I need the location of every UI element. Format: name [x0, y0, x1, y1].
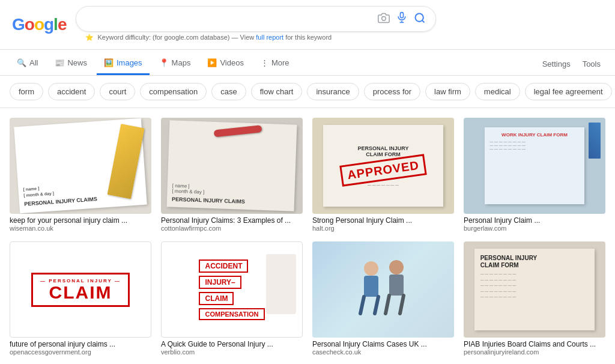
google-logo[interactable]: Google — [12, 15, 66, 34]
search-button-icon[interactable] — [414, 12, 426, 26]
image-title-6: A Quick Guide to Personal Injury ... — [161, 340, 303, 348]
image-title-3: Strong Personal Injury Claim ... — [312, 216, 454, 225]
filter-chip-compensation[interactable]: compensation — [140, 83, 207, 100]
image-title-7: Personal Injury Claims Cases UK ... — [312, 340, 454, 348]
videos-icon: ▶️ — [207, 58, 217, 67]
svg-rect-1 — [401, 13, 404, 18]
svg-point-4 — [416, 14, 423, 22]
image-source-6: verblio.com — [161, 348, 303, 356]
svg-line-13 — [400, 296, 404, 314]
mic-icon[interactable] — [396, 11, 408, 26]
svg-line-5 — [422, 20, 425, 23]
camera-icon[interactable] — [378, 12, 390, 26]
svg-line-8 — [360, 297, 364, 314]
tools-link[interactable]: Tools — [578, 53, 605, 74]
tab-all[interactable]: 🔍 All — [10, 52, 45, 75]
image-item-8[interactable]: PERSONAL INJURYCLAIM FORM — — — — — — — … — [464, 241, 605, 356]
search-bar-wrapper: personal injury claims ⭐ Keyword difficu… — [76, 6, 436, 43]
image-title-5: future of personal injury claims ... — [10, 340, 151, 348]
star-icon: ⭐ — [85, 34, 94, 41]
image-title-1: keep for your personal injury claim ... — [10, 216, 151, 225]
filter-chip-insurance[interactable]: insurance — [307, 83, 359, 100]
filter-chip-court[interactable]: court — [100, 83, 135, 100]
images-icon: 🖼️ — [104, 58, 114, 67]
image-source-7: casecheck.co.uk — [312, 348, 454, 356]
filter-chips: formaccidentcourtcompensationcaseflow ch… — [0, 76, 615, 108]
svg-line-12 — [386, 296, 389, 314]
full-report-link[interactable]: full report — [256, 34, 283, 41]
tab-images[interactable]: 🖼️ Images — [97, 52, 150, 75]
filter-chip-medical[interactable]: medical — [475, 83, 520, 100]
image-source-2: cottonlawfirmpc.com — [161, 225, 303, 232]
more-icon: ⋮ — [261, 58, 268, 67]
filter-chip-law-firm[interactable]: law firm — [425, 83, 470, 100]
svg-rect-11 — [389, 275, 404, 296]
settings-link[interactable]: Settings — [538, 53, 575, 74]
filter-chip-process-for[interactable]: process for — [364, 83, 420, 100]
search-input[interactable]: personal injury claims — [86, 14, 372, 25]
image-item-6[interactable]: ACCIDENT INJURY– CLAIM COMPENSATION A Qu… — [161, 241, 303, 356]
svg-point-0 — [382, 17, 386, 21]
image-source-3: halt.org — [312, 225, 454, 232]
tab-videos[interactable]: ▶️ Videos — [200, 52, 251, 75]
filter-chip-legal-fee-agreement[interactable]: legal fee agreement — [525, 83, 612, 100]
all-icon: 🔍 — [17, 58, 26, 67]
image-source-8: personalinjuryireland.com — [464, 348, 605, 356]
image-item-3[interactable]: PERSONAL INJURYCLAIM FORM APPROVED — — —… — [312, 118, 454, 232]
filter-chip-case[interactable]: case — [211, 83, 246, 100]
image-title-4: Personal Injury Claim ... — [464, 216, 605, 225]
image-source-1: wiseman.co.uk — [10, 225, 151, 232]
tab-more[interactable]: ⋮ More — [253, 52, 297, 75]
filter-chip-form[interactable]: form — [10, 83, 43, 100]
filter-chip-flow-chart[interactable]: flow chart — [251, 83, 303, 100]
filter-chip-accident[interactable]: accident — [48, 83, 95, 100]
news-icon: 📰 — [55, 58, 64, 67]
svg-point-10 — [389, 260, 404, 275]
image-source-4: burgerlaw.com — [464, 225, 605, 232]
keyword-hint: ⭐ Keyword difficulty: (for google.com da… — [76, 32, 436, 43]
svg-line-9 — [375, 297, 378, 314]
maps-icon: 📍 — [159, 58, 169, 67]
tab-news[interactable]: 📰 News — [47, 52, 94, 75]
image-title-8: PIAB Injuries Board Claims and Courts ..… — [464, 340, 605, 348]
image-item-7[interactable]: Personal Injury Claims Cases UK ... case… — [312, 241, 454, 356]
svg-rect-7 — [364, 276, 378, 297]
image-title-2: Personal Injury Claims: 3 Examples of ..… — [161, 216, 303, 225]
svg-point-6 — [364, 261, 378, 276]
nav-tabs: 🔍 All 📰 News 🖼️ Images 📍 Maps ▶️ Videos … — [0, 50, 615, 76]
images-grid: [ name ] [ month & day ] PERSONAL INJURY… — [0, 108, 615, 364]
image-item-5[interactable]: — PERSONAL INJURY — CLAIM future of pers… — [10, 241, 151, 356]
image-item-1[interactable]: [ name ] [ month & day ] PERSONAL INJURY… — [10, 118, 151, 232]
image-source-5: openaccessgovernment.org — [10, 348, 151, 356]
header: Google personal injury claims ⭐ Keyword … — [0, 0, 615, 50]
consultation-image — [312, 241, 454, 338]
image-item-4[interactable]: WORK INJURY CLAIM FORM — — — — — — — —— … — [464, 118, 605, 232]
search-input-box: personal injury claims — [76, 6, 436, 32]
image-item-2[interactable]: [ name ] [ month & day ] PERSONAL INJURY… — [161, 118, 303, 232]
tab-maps[interactable]: 📍 Maps — [152, 52, 198, 75]
